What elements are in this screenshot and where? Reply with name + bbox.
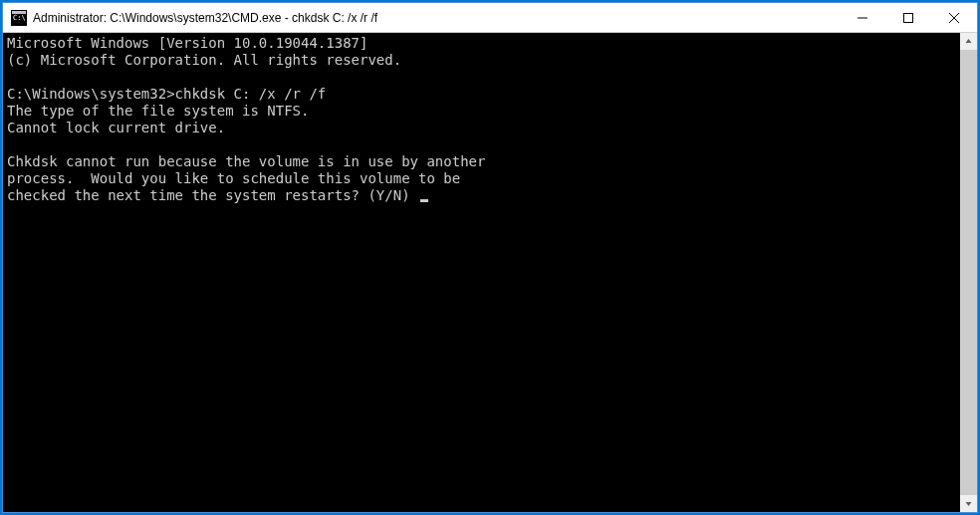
terminal-prompt-question: checked the next time the system restart… — [7, 187, 428, 203]
terminal-line: The type of the file system is NTFS. — [7, 103, 309, 119]
cmd-window: C:\ Administrator: C:\Windows\system32\C… — [2, 2, 978, 513]
terminal-line: Chkdsk cannot run because the volume is … — [7, 153, 485, 169]
vertical-scrollbar[interactable] — [960, 33, 977, 512]
svg-marker-8 — [966, 502, 972, 506]
cursor — [420, 199, 428, 202]
scroll-thumb[interactable] — [960, 50, 977, 495]
terminal-line: Microsoft Windows [Version 10.0.19044.13… — [7, 35, 368, 51]
scroll-track[interactable] — [960, 50, 977, 495]
svg-text:C:\: C:\ — [13, 14, 26, 22]
svg-rect-4 — [904, 13, 913, 22]
close-button[interactable] — [931, 3, 977, 32]
window-title: Administrator: C:\Windows\system32\CMD.e… — [33, 11, 840, 25]
terminal-prompt-line: C:\Windows\system32>chkdsk C: /x /r /f — [7, 86, 326, 102]
window-controls — [840, 3, 977, 32]
terminal-prompt: C:\Windows\system32> — [7, 86, 175, 102]
scroll-down-button[interactable] — [960, 495, 977, 512]
terminal-line: Cannot lock current drive. — [7, 120, 225, 135]
client-area: Microsoft Windows [Version 10.0.19044.13… — [3, 33, 977, 512]
terminal-command: chkdsk C: /x /r /f — [175, 86, 327, 102]
maximize-button[interactable] — [885, 3, 931, 32]
cmd-icon: C:\ — [11, 10, 27, 26]
svg-marker-7 — [966, 39, 972, 43]
terminal-output[interactable]: Microsoft Windows [Version 10.0.19044.13… — [3, 33, 960, 512]
minimize-button[interactable] — [840, 3, 885, 32]
titlebar[interactable]: C:\ Administrator: C:\Windows\system32\C… — [3, 3, 977, 33]
scroll-up-button[interactable] — [960, 33, 977, 50]
terminal-line: (c) Microsoft Corporation. All rights re… — [7, 52, 401, 68]
terminal-line: process. Would you like to schedule this… — [7, 170, 460, 186]
